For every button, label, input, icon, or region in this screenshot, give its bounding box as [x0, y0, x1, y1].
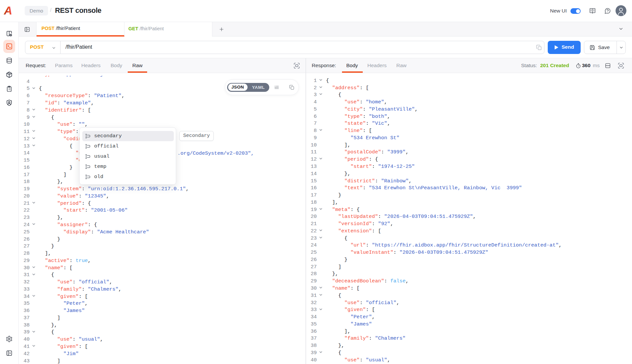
svg-text:A: A — [4, 4, 12, 17]
